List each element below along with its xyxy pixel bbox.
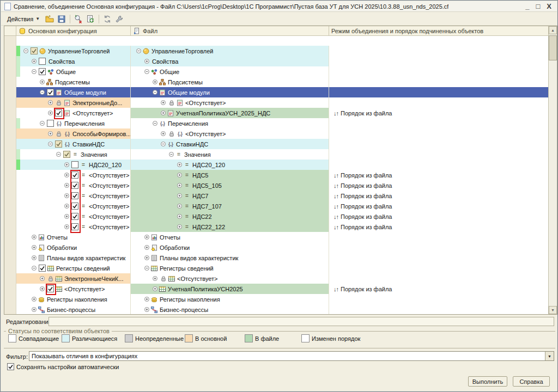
update-report-icon[interactable]	[85, 14, 96, 24]
tree-row[interactable]: =<Отсутствует>=НДС22↓↑Порядок из файла	[16, 211, 549, 222]
tree-row[interactable]: =НДС20_120=НДС20_120	[16, 160, 549, 170]
refresh-icon[interactable]	[102, 14, 113, 24]
collapse-icon[interactable]	[32, 266, 37, 271]
tree-row[interactable]: =<Отсутствует>=НДС22_122↓↑Порядок из фай…	[16, 222, 549, 232]
expand-icon[interactable]	[48, 100, 53, 105]
expand-icon[interactable]	[64, 193, 69, 198]
expand-icon[interactable]	[144, 235, 149, 240]
expand-icon[interactable]	[161, 100, 166, 105]
editing-input[interactable]	[48, 317, 554, 326]
collapse-icon[interactable]	[40, 90, 45, 95]
tree-row[interactable]: ЭлектронныеДо...<Отсутствует>	[16, 97, 549, 108]
maximize-button[interactable]: □	[536, 3, 540, 10]
tree-row[interactable]: =<Отсутствует>=НДС5_105↓↑Порядок из файл…	[16, 180, 549, 191]
compare-settings-icon[interactable]	[73, 14, 84, 24]
checkbox-checked[interactable]	[39, 265, 46, 272]
tree-row[interactable]: <Отсутствует>УчетнаяПолитикаУСН2025↓↑Пор…	[16, 284, 549, 294]
actions-menu-button[interactable]: Действия ▼	[3, 14, 44, 24]
expand-icon[interactable]	[48, 131, 53, 136]
autosave-option[interactable]: Сохранять настройки автоматически	[7, 363, 119, 370]
close-button[interactable]: X	[547, 3, 551, 10]
autosave-checkbox[interactable]	[7, 363, 14, 370]
tree-row[interactable]: =<Отсутствует>=НДС7↓↑Порядок из файла	[16, 191, 549, 201]
expand-icon[interactable]	[40, 286, 45, 291]
combo-dropdown-icon[interactable]: ▼	[545, 352, 554, 360]
collapse-icon[interactable]	[40, 121, 45, 126]
tree-row[interactable]: ЭлектронныеЧекиК...<Отсутствует>	[16, 273, 549, 284]
checkbox-checked[interactable]	[55, 109, 62, 117]
expand-icon[interactable]	[32, 245, 37, 250]
collapse-icon[interactable]	[23, 48, 28, 53]
collapse-icon[interactable]	[48, 142, 53, 146]
tree-row[interactable]: Регистры сведенийРегистры сведений	[16, 263, 549, 273]
checkbox-checked[interactable]	[71, 182, 78, 189]
expand-icon[interactable]	[32, 235, 37, 240]
expand-icon[interactable]	[177, 173, 182, 177]
checkbox-checked[interactable]	[71, 213, 78, 220]
tree-row[interactable]: =<Отсутствует>=НДС7_107↓↑Порядок из файл…	[16, 201, 549, 211]
scrollbar-down-icon[interactable]: ▼	[549, 306, 557, 314]
collapse-icon[interactable]	[169, 152, 174, 157]
checkbox-checked[interactable]	[71, 192, 78, 199]
collapse-icon[interactable]	[161, 142, 166, 146]
run-button[interactable]: Выполнить	[468, 376, 507, 387]
expand-icon[interactable]	[161, 131, 166, 136]
tree-row[interactable]: {..}СпособыФормиров...{..}<Отсутствует>	[16, 128, 549, 139]
tree-row[interactable]: ПодсистемыПодсистемы	[16, 77, 549, 87]
expand-icon[interactable]	[161, 111, 166, 115]
tree-row[interactable]: =Значения=Значения	[16, 149, 549, 160]
checkbox-checked-inherited[interactable]	[31, 47, 38, 54]
checkbox-checked[interactable]	[71, 171, 78, 179]
tree-row[interactable]: Бизнес-процессыБизнес-процессы	[16, 304, 549, 315]
expand-icon[interactable]	[64, 162, 69, 167]
expand-icon[interactable]	[64, 183, 69, 188]
main-config-column-header[interactable]: Основная конфигурация	[16, 26, 131, 35]
checkbox-checked-inherited[interactable]	[63, 151, 70, 158]
tree-row[interactable]: Регистры накопленияРегистры накопления	[16, 294, 549, 304]
expand-icon[interactable]	[144, 255, 149, 260]
checkbox-unchecked[interactable]	[71, 161, 78, 168]
scrollbar-up-icon[interactable]: ▲	[549, 26, 557, 34]
file-column-header[interactable]: Файл	[131, 26, 329, 35]
tree-row[interactable]: {..}Перечисления{..}Перечисления	[16, 118, 549, 128]
collapse-icon[interactable]	[136, 48, 141, 53]
expand-icon[interactable]	[64, 204, 69, 209]
checkbox-checked[interactable]	[71, 223, 78, 230]
tree-row[interactable]: {..}СтавкиНДС{..}СтавкиНДС	[16, 139, 549, 149]
expand-icon[interactable]	[48, 111, 53, 115]
expand-icon[interactable]	[64, 214, 69, 219]
expand-icon[interactable]	[40, 276, 45, 281]
expand-icon[interactable]	[177, 193, 182, 198]
tree-row[interactable]: ОбработкиОбработки	[16, 242, 549, 253]
expand-icon[interactable]	[144, 59, 149, 64]
expand-icon[interactable]	[177, 162, 182, 167]
expand-icon[interactable]	[40, 79, 45, 84]
tree-row[interactable]: ОтчетыОтчеты	[16, 232, 549, 242]
expand-icon[interactable]	[153, 79, 157, 84]
expand-icon[interactable]	[64, 173, 69, 177]
expand-icon[interactable]	[32, 307, 37, 312]
collapse-icon[interactable]	[32, 69, 37, 74]
checkbox-checked[interactable]	[71, 203, 78, 210]
collapse-icon[interactable]	[144, 69, 149, 74]
tree-row[interactable]: СвойстваСвойства	[16, 56, 549, 66]
tree-row[interactable]: <Отсутствует>УчетнаяПолитикаУСН_2025_НДС…	[16, 108, 549, 118]
checkbox-checked[interactable]	[39, 68, 46, 75]
help-button[interactable]: Справка	[513, 376, 550, 387]
expand-icon[interactable]	[64, 224, 69, 229]
open-file-icon[interactable]	[44, 14, 55, 24]
scrollbar-thumb[interactable]	[549, 35, 557, 60]
minimize-button[interactable]: _	[525, 3, 529, 10]
expand-icon[interactable]	[177, 183, 182, 188]
tree-row[interactable]: =<Отсутствует>=НДС5↓↑Порядок из файла	[16, 170, 549, 180]
checkbox-checked-inherited[interactable]	[55, 140, 62, 148]
save-icon[interactable]	[56, 14, 67, 24]
collapse-icon[interactable]	[56, 152, 61, 157]
expand-icon[interactable]	[144, 307, 149, 312]
tree-row[interactable]: Общие модулиОбщие модули	[16, 87, 549, 97]
expand-icon[interactable]	[144, 245, 149, 250]
expand-icon[interactable]	[32, 297, 37, 302]
checkbox-unchecked[interactable]	[47, 120, 54, 127]
tree-row[interactable]: Планы видов характеристикПланы видов хар…	[16, 253, 549, 263]
expand-icon[interactable]	[177, 214, 182, 219]
